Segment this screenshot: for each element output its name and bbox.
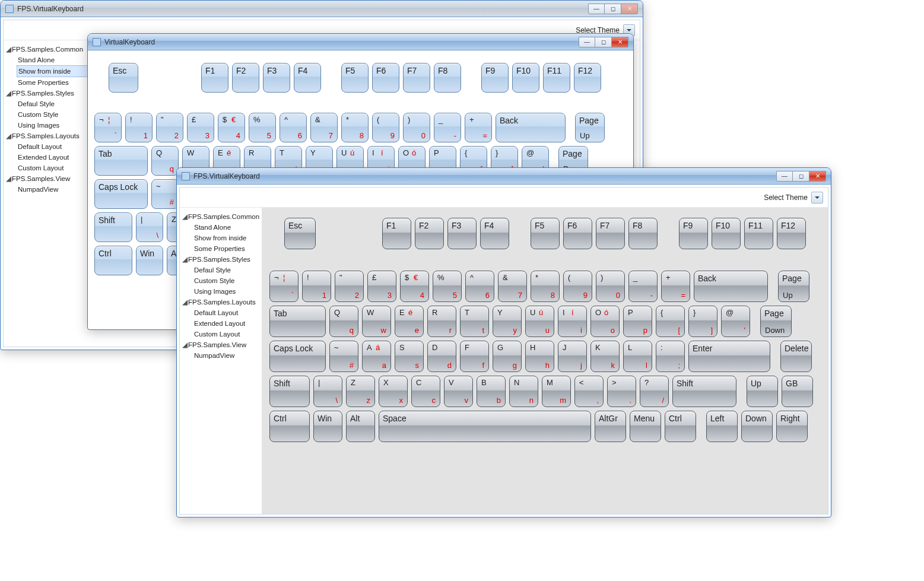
tree-group[interactable]: ◢FPS.Samples.Layouts [181, 297, 261, 307]
key[interactable]: ~# [329, 341, 358, 372]
key[interactable]: Up [747, 376, 778, 407]
tree-item[interactable]: Extended Layout [18, 152, 91, 163]
tree-group[interactable]: ◢FPS.Samples.Common [5, 44, 91, 55]
maximize-button[interactable]: ◻ [595, 37, 612, 47]
key[interactable]: ?/ [640, 376, 669, 407]
minimize-button[interactable]: — [579, 37, 595, 47]
key[interactable]: _- [434, 113, 461, 142]
key[interactable]: Win [136, 246, 163, 275]
key[interactable]: F3 [263, 63, 290, 93]
key[interactable]: Cc [411, 376, 440, 407]
key[interactable]: !1 [125, 113, 153, 142]
key[interactable]: Caps Lock [269, 341, 326, 372]
key[interactable]: Kk [590, 341, 620, 372]
theme-dropdown[interactable] [811, 192, 823, 204]
key[interactable]: F12 [574, 63, 601, 93]
key[interactable]: Win [313, 411, 342, 442]
key[interactable]: Eée [395, 306, 424, 337]
key[interactable]: ¬¦` [269, 271, 299, 302]
key[interactable]: >. [607, 376, 636, 407]
key[interactable]: Nn [509, 376, 538, 407]
key[interactable]: |\ [136, 212, 163, 242]
key[interactable]: £3 [187, 113, 214, 142]
close-button[interactable]: ✕ [809, 171, 826, 182]
key[interactable]: Hh [525, 341, 554, 372]
key[interactable]: PageUp [778, 271, 809, 302]
key[interactable]: Yy [493, 306, 522, 337]
key[interactable]: @' [721, 306, 750, 337]
key[interactable]: Iíi [558, 306, 587, 337]
key[interactable]: Qq [151, 146, 179, 176]
key[interactable]: F10 [512, 63, 539, 93]
key[interactable]: F7 [596, 218, 625, 249]
close-button[interactable]: ✕ [621, 4, 638, 14]
key[interactable]: Rr [427, 306, 456, 337]
key[interactable]: Ss [395, 341, 424, 372]
tree-group[interactable]: ◢FPS.Samples.Layouts [5, 131, 91, 141]
key[interactable]: %5 [433, 271, 462, 302]
key[interactable]: {[ [656, 306, 685, 337]
key[interactable]: Ww [362, 306, 391, 337]
key[interactable]: Esc [109, 63, 138, 93]
tree-item[interactable]: Stand Alone [194, 222, 261, 233]
key[interactable]: $€4 [218, 113, 245, 142]
tree-item[interactable]: Custom Style [18, 109, 91, 120]
tree-item[interactable]: Show from inside [17, 65, 91, 77]
tree-group[interactable]: ◢FPS.Samples.Styles [181, 254, 261, 265]
tree-item[interactable]: Using Images [194, 286, 261, 297]
maximize-button[interactable]: ◻ [605, 4, 621, 14]
key[interactable]: (9 [372, 113, 399, 142]
key[interactable]: Xx [379, 376, 408, 407]
tree-item[interactable]: Using Images [18, 120, 91, 131]
key[interactable]: PageDown [760, 306, 792, 337]
key[interactable]: += [465, 113, 492, 142]
key[interactable]: Caps Lock [94, 179, 148, 209]
key[interactable]: F11 [543, 63, 570, 93]
key[interactable]: £3 [367, 271, 396, 302]
key[interactable]: Shift [269, 376, 310, 407]
minimize-button[interactable]: — [776, 171, 793, 182]
key[interactable]: F5 [341, 63, 369, 93]
key[interactable]: F8 [434, 63, 461, 93]
key[interactable]: F2 [232, 63, 259, 93]
key[interactable]: $€4 [400, 271, 429, 302]
tree-item[interactable]: Defaul Style [18, 99, 91, 109]
close-button[interactable]: ✕ [612, 37, 628, 47]
key[interactable]: (9 [563, 271, 592, 302]
key[interactable]: F9 [679, 218, 708, 249]
tree-item[interactable]: NumpadView [18, 184, 91, 195]
key[interactable]: Space [379, 411, 591, 442]
key[interactable]: AltGr [595, 411, 626, 442]
key[interactable]: F10 [712, 218, 741, 249]
tree-item[interactable]: Extended Layout [194, 318, 261, 329]
key[interactable]: &7 [498, 271, 527, 302]
key[interactable]: ^6 [465, 271, 494, 302]
key[interactable]: Ll [623, 341, 652, 372]
key[interactable]: Back [496, 113, 566, 142]
tree-group[interactable]: ◢FPS.Samples.Styles [5, 88, 91, 99]
tree-item[interactable]: NumpadView [194, 350, 261, 361]
key[interactable]: *8 [531, 271, 560, 302]
tree-item[interactable]: Some Properties [194, 243, 261, 254]
tree-group[interactable]: ◢FPS.Samples.View [5, 173, 91, 184]
key[interactable]: Zz [346, 376, 375, 407]
key[interactable]: Menu [630, 411, 661, 442]
maximize-button[interactable]: ◻ [793, 171, 809, 182]
key[interactable]: Tt [460, 306, 489, 337]
key[interactable]: &7 [310, 113, 338, 142]
key[interactable]: Ff [460, 341, 489, 372]
key[interactable]: Right [776, 411, 808, 442]
key[interactable]: F1 [382, 218, 411, 249]
minimize-button[interactable]: — [588, 4, 605, 14]
key[interactable]: Enter [688, 341, 770, 372]
key[interactable]: "2 [156, 113, 183, 142]
key[interactable]: Jj [558, 341, 587, 372]
key[interactable]: )0 [403, 113, 430, 142]
key[interactable]: Pp [623, 306, 652, 337]
key[interactable]: Shift [672, 376, 736, 407]
tree-item[interactable]: Show from inside [194, 233, 261, 243]
key[interactable]: }] [688, 306, 717, 337]
key[interactable]: Gg [493, 341, 522, 372]
key[interactable]: PageUp [575, 113, 605, 142]
tree-group[interactable]: ◢FPS.Samples.View [181, 339, 261, 350]
